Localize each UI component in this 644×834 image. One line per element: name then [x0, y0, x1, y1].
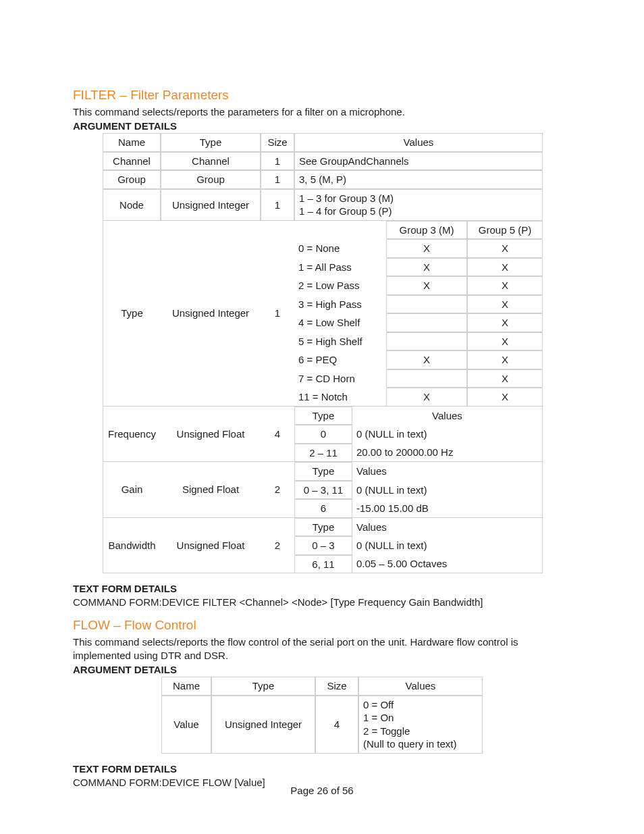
- cell-size: 2: [261, 518, 294, 574]
- table-header-row: Name Type Size Values: [103, 133, 543, 152]
- filter-arg-heading: ARGUMENT DETAILS: [73, 120, 571, 132]
- cell-size: 4: [315, 696, 358, 754]
- freq-value: 20.00 to 20000.00 Hz: [352, 444, 543, 463]
- cell-name: Value: [161, 696, 211, 754]
- type-value-p: X: [467, 332, 543, 351]
- type-value-label: 4 = Low Shelf: [294, 313, 386, 332]
- col-name: Name: [161, 677, 211, 696]
- gain-col-values: Values: [352, 462, 543, 481]
- cell-name: Node: [103, 189, 161, 221]
- filter-argument-table: Name Type Size Values Channel Channel 1 …: [103, 133, 543, 573]
- cell-size: 2: [261, 462, 294, 518]
- table-row: Group Group 1 3, 5 (M, P): [103, 170, 543, 189]
- cell-name: Bandwidth: [103, 518, 161, 574]
- type-value-m: X: [386, 258, 467, 277]
- col-size: Size: [315, 677, 358, 696]
- gain-col-type: Type: [294, 462, 352, 481]
- type-value-p: X: [467, 369, 543, 388]
- type-value-label: 1 = All Pass: [294, 258, 386, 277]
- type-value-label: 6 = PEQ: [294, 350, 386, 369]
- freq-type: 0: [294, 425, 352, 444]
- gain-value: 0 (NULL in text): [352, 481, 543, 500]
- type-value-label: 3 = High Pass: [294, 295, 386, 314]
- table-row: Value Unsigned Integer 4 0 = Off 1 = On …: [161, 696, 483, 754]
- type-value-p: X: [467, 276, 543, 295]
- type-col-group3: Group 3 (M): [386, 221, 467, 240]
- cell-size: 1: [261, 221, 294, 407]
- cell-values: 3, 5 (M, P): [294, 170, 543, 189]
- cell-type: Unsigned Float: [161, 407, 261, 463]
- cell-type: Unsigned Float: [161, 518, 261, 574]
- type-value-label: 0 = None: [294, 239, 386, 258]
- bw-col-values: Values: [352, 518, 543, 537]
- cell-values: 0 = Off 1 = On 2 = Toggle (Null to query…: [358, 696, 483, 754]
- freq-col-type: Type: [294, 407, 352, 425]
- table-row: Node Unsigned Integer 1 1 – 3 for Group …: [103, 189, 543, 221]
- type-value-m: X: [386, 276, 467, 295]
- type-value-p: X: [467, 295, 543, 314]
- type-value-m: [386, 295, 467, 314]
- cell-type: Signed Float: [161, 462, 261, 518]
- type-value-label: 5 = High Shelf: [294, 332, 386, 351]
- cell-name: Group: [103, 170, 161, 189]
- type-value-label: 11 = Notch: [294, 388, 386, 407]
- type-value-m: X: [386, 388, 467, 407]
- table-row: Frequency Unsigned Float 4 Type Values: [103, 407, 543, 425]
- flow-description: This command selects/reports the flow co…: [73, 635, 571, 663]
- type-value-m: [386, 313, 467, 332]
- type-col-group5: Group 5 (P): [467, 221, 543, 240]
- filter-heading: FILTER – Filter Parameters: [73, 88, 571, 103]
- filter-description: This command selects/reports the paramet…: [73, 105, 571, 119]
- type-value-m: [386, 369, 467, 388]
- gain-type: 0 – 3, 11: [294, 481, 352, 500]
- type-value-p: X: [467, 350, 543, 369]
- cell-type: Unsigned Integer: [161, 221, 261, 407]
- gain-value: -15.00 15.00 dB: [352, 499, 543, 518]
- cell-size: 1: [261, 189, 294, 221]
- col-values: Values: [358, 677, 483, 696]
- col-type: Type: [211, 677, 315, 696]
- col-values: Values: [294, 133, 543, 152]
- cell-name: Channel: [103, 152, 161, 171]
- table-row: Bandwidth Unsigned Float 2 Type Values: [103, 518, 543, 537]
- type-value-p: X: [467, 258, 543, 277]
- cell-type: Group: [161, 170, 261, 189]
- type-value-m: [386, 332, 467, 351]
- cell-values: 1 – 3 for Group 3 (M) 1 – 4 for Group 5 …: [294, 189, 543, 221]
- type-value-m: X: [386, 350, 467, 369]
- table-row: Gain Signed Float 2 Type Values: [103, 462, 543, 481]
- flow-argument-table: Name Type Size Values Value Unsigned Int…: [161, 677, 483, 754]
- type-value-m: X: [386, 239, 467, 258]
- freq-type: 2 – 11: [294, 444, 352, 463]
- col-name: Name: [103, 133, 161, 152]
- cell-name: Type: [103, 221, 161, 407]
- cell-type: Channel: [161, 152, 261, 171]
- flow-heading: FLOW – Flow Control: [73, 618, 571, 633]
- type-value-p: X: [467, 239, 543, 258]
- bw-type: 0 – 3: [294, 536, 352, 555]
- filter-text-form-heading: TEXT FORM DETAILS: [73, 583, 571, 594]
- flow-arg-heading: ARGUMENT DETAILS: [73, 664, 571, 675]
- cell-size: 4: [261, 407, 294, 463]
- table-row: Channel Channel 1 See GroupAndChannels: [103, 152, 543, 171]
- type-value-label: 7 = CD Horn: [294, 369, 386, 388]
- type-value-p: X: [467, 388, 543, 407]
- page-footer: Page 26 of 56: [0, 785, 644, 796]
- cell-size: 1: [261, 152, 294, 171]
- table-header-row: Name Type Size Values: [161, 677, 483, 696]
- col-type: Type: [161, 133, 261, 152]
- bw-col-type: Type: [294, 518, 352, 537]
- type-value-p: X: [467, 313, 543, 332]
- bw-type: 6, 11: [294, 555, 352, 574]
- freq-col-values: Values: [352, 407, 543, 425]
- cell-values: See GroupAndChannels: [294, 152, 543, 171]
- cell-name: Gain: [103, 462, 161, 518]
- freq-value: 0 (NULL in text): [352, 425, 543, 444]
- flow-text-form-heading: TEXT FORM DETAILS: [73, 763, 571, 775]
- table-row: Type Unsigned Integer 1 Group 3 (M) Grou…: [103, 221, 543, 240]
- cell-size: 1: [261, 170, 294, 189]
- bw-value: 0 (NULL in text): [352, 536, 543, 555]
- cell-type: Unsigned Integer: [161, 189, 261, 221]
- type-value-label: 2 = Low Pass: [294, 276, 386, 295]
- filter-text-form: COMMAND FORM:DEVICE FILTER <Channel> <No…: [73, 596, 571, 609]
